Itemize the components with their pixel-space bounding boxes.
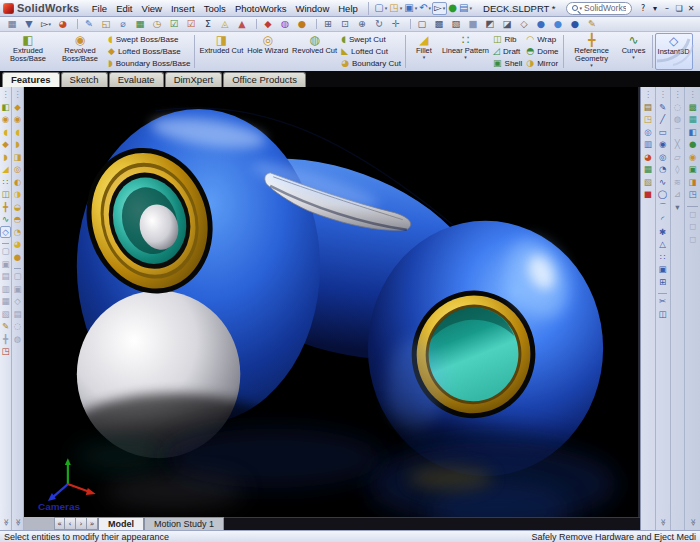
point-icon[interactable]: ✱ — [656, 226, 670, 239]
zoom-in-out-icon[interactable]: ⊕ — [354, 18, 370, 31]
feature-gold-2-icon[interactable]: ◉ — [12, 113, 23, 126]
save-icon[interactable]: ▣▾ — [403, 2, 418, 15]
feature-gold-13-icon[interactable]: ● — [12, 251, 23, 264]
pan-icon[interactable]: ✛ — [388, 18, 404, 31]
tab-motion-study-1[interactable]: Motion Study 1 — [144, 517, 224, 530]
menu-item[interactable]: Help — [334, 3, 363, 14]
isometric-view-icon[interactable]: ● — [550, 18, 566, 31]
feature-gold-1-icon[interactable]: ◆ — [12, 101, 23, 114]
revolved-cut-button[interactable]: ◍Revolved Cut — [290, 33, 339, 70]
front-view-icon[interactable]: ▢ — [0, 245, 11, 258]
curves-button[interactable]: ∿Curves▾ — [618, 33, 650, 70]
feature-gold-6-icon[interactable]: ◎ — [12, 163, 23, 176]
help-caret-icon[interactable]: ▾ — [649, 3, 661, 14]
menu-item[interactable]: Tools — [199, 3, 230, 14]
dome-button[interactable]: ◓Dome — [526, 46, 558, 57]
wireframe-icon[interactable]: ▢ — [414, 18, 430, 31]
section-properties-icon[interactable]: ◷ — [149, 18, 165, 31]
first-tab-button[interactable]: « — [54, 517, 65, 530]
curves-icon[interactable]: ∿ — [0, 213, 11, 226]
disabled-sketch-4-icon[interactable]: ╳ — [671, 138, 685, 151]
new-document-icon[interactable]: ▢▾ — [373, 2, 388, 15]
disabled-tool-1-icon[interactable]: ▢ — [12, 270, 23, 283]
cut-tool-icon[interactable]: ◨ — [685, 176, 700, 189]
previous-tab-button[interactable]: ‹ — [65, 517, 76, 530]
sketch-fillet-icon[interactable]: ◜ — [656, 213, 670, 226]
surface-3-icon[interactable]: ◧ — [685, 126, 700, 139]
menu-item[interactable]: Edit — [112, 3, 137, 14]
sketch-pencil-icon[interactable]: ✎ — [0, 320, 11, 333]
feature-gold-10-icon[interactable]: ◓ — [12, 213, 23, 226]
menu-item[interactable]: PhotoWorks — [230, 3, 291, 14]
disabled-extra-3-icon[interactable]: ◻ — [685, 233, 700, 246]
feature-gold-4-icon[interactable]: ◗ — [12, 138, 23, 151]
view-orientation-icon[interactable]: ◇ — [516, 18, 532, 31]
disabled-extra-1-icon[interactable]: ◻ — [685, 208, 700, 221]
tangent-arc-icon[interactable]: ⌒ — [656, 201, 670, 214]
graphics-viewport[interactable]: Cameras — [24, 87, 640, 517]
feature-gold-3-icon[interactable]: ◖ — [12, 126, 23, 139]
sketch-pattern-icon[interactable]: ∷ — [656, 251, 670, 264]
disabled-tool-2-icon[interactable]: ▣ — [12, 283, 23, 296]
right-view-icon[interactable]: ▥ — [0, 283, 11, 296]
left-view-icon[interactable]: ▤ — [0, 270, 11, 283]
fillet-button[interactable]: ◢Fillet▾ — [408, 33, 440, 70]
tab-office-products[interactable]: Office Products — [223, 72, 306, 87]
tab-model[interactable]: Model — [98, 517, 144, 530]
hidden-lines-icon[interactable]: ▩ — [431, 18, 447, 31]
menu-item[interactable]: Insert — [166, 3, 199, 14]
measure-icon[interactable]: ⌀ — [115, 18, 131, 31]
extruded-boss-icon[interactable]: ◧ — [0, 101, 11, 114]
line-icon[interactable]: ╱ — [656, 113, 670, 126]
appearance-edit-icon[interactable]: ✎ — [584, 18, 600, 31]
feature-gold-8-icon[interactable]: ◑ — [12, 188, 23, 201]
section-view-icon[interactable]: ◪ — [499, 18, 515, 31]
toolbar-grip-icon[interactable]: ⋮ — [656, 88, 670, 101]
revolved-boss-icon[interactable]: ◉ — [0, 113, 11, 126]
surface-2-icon[interactable]: ▦ — [685, 113, 700, 126]
shell-button[interactable]: ▣Shell — [493, 58, 522, 69]
toolbar-grip-icon[interactable]: ⋮ — [685, 88, 700, 101]
select-cursor-icon[interactable]: ▻▾ — [38, 18, 54, 31]
exploded-view-icon[interactable]: ◳ — [0, 345, 11, 358]
extruded-cut-button[interactable]: ◨Extruded Cut — [197, 33, 245, 70]
circle-icon[interactable]: ◉ — [656, 138, 670, 151]
shaded-with-edges-icon[interactable]: ▧ — [448, 18, 464, 31]
minimize-button[interactable]: – — [661, 3, 673, 14]
check-entity-icon[interactable]: ☑ — [166, 18, 182, 31]
surface-1-icon[interactable]: ▩ — [685, 101, 700, 114]
next-tab-button[interactable]: › — [76, 517, 87, 530]
feature-gold-12-icon[interactable]: ◕ — [12, 238, 23, 251]
lofted-cut-button[interactable]: ◣Lofted Cut — [341, 46, 401, 57]
linear-pattern-button[interactable]: ∷Linear Pattern▾ — [440, 33, 491, 70]
swept-cut-button[interactable]: ◖Swept Cut — [341, 34, 401, 45]
search-box[interactable]: ▾ — [566, 2, 632, 15]
lofted-boss-base-button[interactable]: ◆Lofted Boss/Base — [108, 46, 190, 57]
swept-boss-base-button[interactable]: ◖Swept Boss/Base — [108, 34, 190, 45]
open-icon[interactable]: ◳▾ — [388, 2, 403, 15]
lofted-boss-icon[interactable]: ◆ — [0, 138, 11, 151]
trim-entities-icon[interactable]: ✂ — [656, 295, 670, 308]
mirror-button[interactable]: ◑Mirror — [526, 58, 558, 69]
disabled-extra-2-icon[interactable]: ◻ — [685, 220, 700, 233]
boundary-boss-icon[interactable]: ◗ — [0, 151, 11, 164]
instant3d-icon[interactable]: ◇ — [0, 226, 11, 239]
revolved-boss-base-button[interactable]: ◉Revolved Boss/Base — [54, 33, 106, 70]
color-wheel-icon[interactable]: ◕ — [55, 18, 71, 31]
rotate-view-icon[interactable]: ↻ — [371, 18, 387, 31]
top-view-icon[interactable]: ▦ — [0, 295, 11, 308]
disabled-sketch-3-icon[interactable]: ⌒ — [671, 126, 685, 139]
toolbar-grip-icon[interactable]: ⋮ — [12, 88, 23, 101]
mass-properties-icon[interactable]: ▦ — [132, 18, 148, 31]
help-button[interactable]: ? — [637, 3, 649, 14]
extruded-boss-base-button[interactable]: ◧Extruded Boss/Base — [2, 33, 54, 70]
sketch-icon[interactable]: ✎ — [81, 18, 97, 31]
disabled-sketch-1-icon[interactable]: ◌ — [671, 101, 685, 114]
boundary-cut-button[interactable]: ◕Boundary Cut — [341, 58, 401, 69]
rib-icon[interactable]: ◫ — [0, 188, 11, 201]
ring-tool-icon[interactable]: ◉ — [685, 151, 700, 164]
back-view-icon[interactable]: ▣ — [0, 258, 11, 271]
design-library-icon[interactable]: ▤ — [641, 101, 655, 114]
disabled-tool-4-icon[interactable]: ▤ — [12, 308, 23, 321]
search-results-icon[interactable]: ◎ — [641, 126, 655, 139]
